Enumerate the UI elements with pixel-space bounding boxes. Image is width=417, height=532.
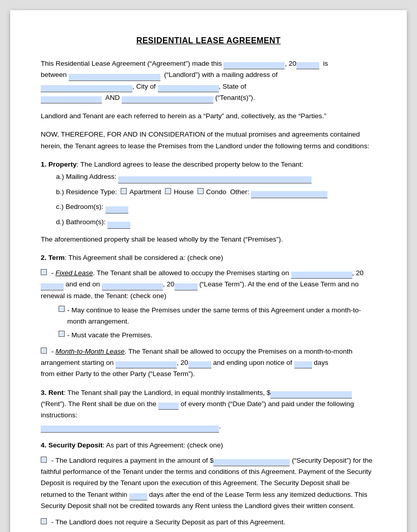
security-option1: - The Landlord requires a payment in the… [41, 455, 376, 512]
intro-block: This Residential Lease Agreement (“Agree… [41, 58, 376, 103]
condo-checkbox[interactable] [198, 188, 204, 194]
section1-subitems: a.) Mailing Address: b.) Residence Type:… [56, 170, 376, 229]
security-option2: - The Landlord does not require a Securi… [41, 517, 376, 528]
no-security-checkbox[interactable] [41, 518, 47, 524]
landlord-name-field[interactable] [69, 74, 160, 81]
due-date-field[interactable] [158, 403, 179, 410]
sub-b-row: b.) Residence Type: Apartment House Cond… [56, 185, 376, 199]
month-lease-checkbox[interactable] [41, 348, 47, 354]
document-page: RESIDENTIAL LEASE AGREEMENT This Residen… [10, 10, 407, 532]
rent-amount-field[interactable] [270, 391, 352, 398]
section3-heading: 3. Rent [41, 389, 64, 396]
end-date-field[interactable] [102, 283, 163, 290]
apartment-checkbox[interactable] [121, 188, 127, 194]
date-field[interactable] [224, 62, 285, 69]
continue-lease-row: - May continue to lease the Premises und… [59, 305, 376, 328]
sub-a-row: a.) Mailing Address: [56, 170, 376, 183]
notice-days-field[interactable] [294, 361, 312, 368]
continue-checkbox[interactable] [59, 306, 65, 312]
sub-d-row: d.) Bathroom(s): [56, 216, 376, 229]
fixed-lease-checkbox[interactable] [41, 269, 47, 275]
parties-note: Landlord and Tenant are each referred to… [41, 111, 376, 122]
section4-heading: 4. Security Deposit [41, 441, 103, 449]
state-field[interactable] [41, 96, 102, 103]
document-title: RESIDENTIAL LEASE AGREEMENT [41, 35, 376, 47]
section2-heading: 2. Term [41, 254, 65, 261]
other-field[interactable] [251, 191, 327, 198]
security-amount-field[interactable] [213, 459, 290, 466]
section1-heading: 1. Property [41, 161, 77, 168]
month-year-field[interactable] [188, 361, 211, 368]
fixed-lease-label: Fixed Lease [55, 269, 93, 277]
month-start-field[interactable] [116, 361, 177, 368]
consideration-block: NOW, THEREFORE, FOR AND IN CONSIDERATION… [41, 129, 376, 152]
city-field[interactable] [158, 85, 219, 92]
return-days-field[interactable] [129, 493, 147, 500]
year-field[interactable] [296, 62, 319, 69]
landlord-address-field[interactable] [41, 85, 132, 92]
premises-text: The aforementioned property shall be lea… [41, 234, 376, 245]
month-to-month-row: - Month-to-Month Lease. The Tenant shall… [41, 346, 376, 380]
fixed-lease-row: - Fixed Lease. The Tenant shall be allow… [41, 268, 376, 302]
sub-c-row: c.) Bedroom(s): [56, 200, 376, 214]
section1-block: 1. Property: The Landlord agrees to leas… [41, 159, 376, 245]
section4-block: 4. Security Deposit: As part of this Agr… [41, 440, 376, 528]
intro-line1: This Residential Lease Agreement (“Agree… [41, 60, 222, 67]
vacate-checkbox[interactable] [59, 331, 65, 337]
house-checkbox[interactable] [165, 188, 171, 194]
vacate-row: - Must vacate the Premises. [59, 330, 376, 341]
bathrooms-field[interactable] [107, 222, 130, 229]
section2-block: 2. Term: This Agreement shall be conside… [41, 252, 376, 380]
section3-block: 3. Rent: The Tenant shall pay the Landlo… [41, 387, 376, 433]
lease-end-options: - May continue to lease the Premises und… [59, 305, 376, 341]
security-required-checkbox[interactable] [41, 457, 47, 463]
tenant-name-field[interactable] [122, 96, 213, 103]
mailing-address-field[interactable] [118, 176, 312, 183]
start-year-field[interactable] [41, 283, 64, 290]
month-label: Month-to-Month Lease [55, 348, 125, 355]
end-year-field[interactable] [175, 283, 198, 290]
instructions-field[interactable] [41, 425, 219, 433]
bedrooms-field[interactable] [105, 206, 128, 214]
start-date-field[interactable] [291, 272, 352, 279]
